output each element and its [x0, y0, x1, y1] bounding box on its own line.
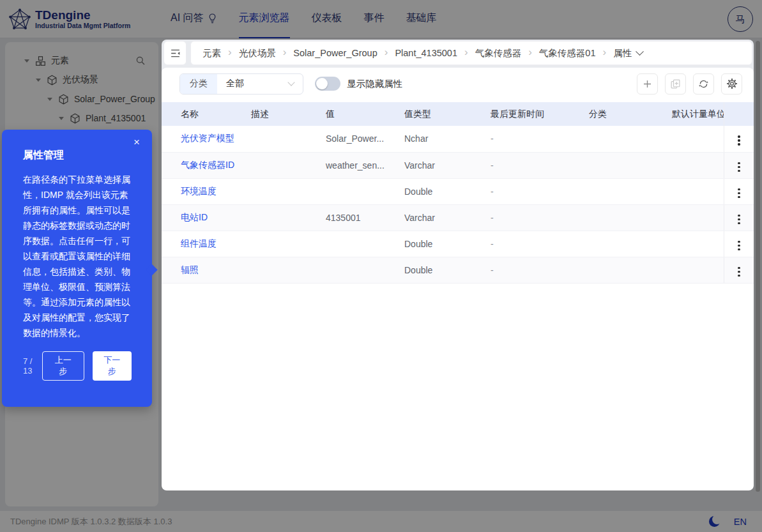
caret-down-icon[interactable] — [36, 79, 41, 82]
menu-fold-icon — [170, 48, 181, 59]
property-name-link[interactable]: 气象传感器ID — [162, 152, 241, 178]
breadcrumb-item[interactable]: Plant_4135001 — [395, 48, 457, 58]
property-value — [316, 178, 395, 204]
property-value: Solar_Power... — [316, 126, 395, 152]
row-menu-button[interactable] — [733, 212, 745, 227]
table-row[interactable]: 环境温度 Double - — [162, 178, 754, 204]
column-header-name[interactable]: 名称 — [162, 102, 241, 126]
gear-icon — [726, 78, 738, 89]
property-name-link[interactable]: 电站ID — [162, 204, 241, 231]
tdengine-logo-icon — [8, 8, 31, 31]
breadcrumb-item[interactable]: 气象传感器01 — [539, 47, 596, 59]
cube-icon — [58, 94, 69, 105]
row-menu-button[interactable] — [733, 133, 745, 148]
nav-item-dashboard[interactable]: 仪表板 — [312, 0, 342, 38]
breadcrumb-current-dropdown[interactable]: 属性 — [613, 47, 643, 59]
nav-item-label: 仪表板 — [312, 11, 342, 25]
category-select-label: 分类 — [180, 74, 217, 94]
breadcrumb-item[interactable]: 气象传感器 — [475, 47, 522, 59]
nav-item-events[interactable]: 事件 — [364, 0, 385, 38]
breadcrumb-separator: › — [602, 46, 606, 59]
table-row[interactable]: 辐照 Double - — [162, 257, 754, 283]
property-value-type: Nchar — [395, 126, 481, 152]
row-menu-button[interactable] — [733, 160, 745, 175]
nav-item-element-browser[interactable]: 元素浏览器 — [239, 0, 290, 38]
refresh-button[interactable] — [693, 73, 714, 95]
breadcrumb-item[interactable]: 光伏场景 — [239, 47, 276, 59]
language-toggle[interactable]: EN — [734, 517, 747, 527]
tree-item-solar-power-group[interactable]: Solar_Power_Group — [5, 89, 158, 109]
vertical-scrollbar[interactable] — [756, 41, 760, 492]
table-row[interactable]: 气象传感器ID weather_sen... Varchar - — [162, 152, 754, 178]
nav-item-ai-qa[interactable]: AI 问答 — [171, 0, 217, 38]
property-description — [241, 257, 316, 283]
caret-down-icon[interactable] — [24, 59, 29, 63]
tdengine-logo: TDengine Industrial Data Mgmt Platform — [0, 8, 160, 31]
tour-prev-button[interactable]: 上一步 — [42, 351, 84, 381]
column-header-default-unit[interactable]: 默认计量单位 — [662, 102, 724, 126]
caret-down-icon[interactable] — [59, 117, 64, 120]
property-default-unit — [662, 204, 724, 231]
collapse-sidebar-button[interactable] — [164, 41, 187, 65]
tour-next-button[interactable]: 下一步 — [93, 351, 132, 381]
property-description — [241, 231, 316, 257]
chevron-down-icon — [287, 79, 294, 86]
tree-item-solar-scene[interactable]: 光伏场景 — [5, 70, 158, 89]
property-last-updated: - — [481, 152, 579, 178]
property-default-unit — [662, 152, 724, 178]
tree-item-elements[interactable]: 元素 — [5, 51, 158, 70]
close-icon[interactable]: × — [130, 135, 144, 149]
column-header-category[interactable]: 分类 — [579, 102, 662, 126]
property-value-type: Double — [395, 231, 481, 257]
user-avatar[interactable]: 马 — [728, 6, 753, 32]
table-row[interactable]: 组件温度 Double - — [162, 231, 754, 257]
nav-item-label: 事件 — [364, 11, 385, 25]
property-value-type: Varchar — [395, 204, 481, 231]
properties-panel: 分类 全部 显示隐藏属性 — [162, 68, 754, 490]
property-default-unit — [662, 231, 724, 257]
add-property-button[interactable] — [637, 73, 658, 95]
search-icon[interactable] — [135, 56, 146, 66]
breadcrumb-separator: › — [283, 46, 287, 59]
property-value-type: Double — [395, 257, 481, 283]
cube-icon — [47, 75, 57, 86]
column-header-description[interactable]: 描述 — [241, 102, 316, 126]
row-menu-button[interactable] — [733, 238, 745, 254]
caret-down-icon[interactable] — [47, 98, 52, 101]
row-menu-button[interactable] — [733, 264, 745, 280]
property-name-link[interactable]: 组件温度 — [162, 231, 241, 257]
property-last-updated: - — [481, 178, 579, 204]
table-row[interactable]: 电站ID 4135001 Varchar - — [162, 204, 754, 231]
nav-item-label: 元素浏览器 — [239, 11, 290, 25]
tour-title: 属性管理 — [23, 149, 132, 162]
filter-toolbar: 分类 全部 显示隐藏属性 — [162, 68, 754, 100]
version-text: TDengine IDMP 版本 1.0.3.2 数据版本 1.0.3 — [10, 516, 172, 528]
copy-plus-icon — [670, 79, 681, 89]
category-select[interactable]: 分类 全部 — [179, 73, 303, 95]
row-menu-button[interactable] — [733, 186, 745, 201]
tour-step-counter: 7 / 13 — [23, 356, 42, 376]
property-category — [579, 152, 662, 178]
cubes-icon — [35, 56, 46, 66]
show-hidden-properties-toggle[interactable] — [315, 77, 340, 91]
copy-property-button[interactable] — [665, 73, 686, 95]
property-name-link[interactable]: 光伏资产模型 — [162, 126, 241, 152]
property-last-updated: - — [481, 204, 579, 231]
breadcrumb-item[interactable]: 元素 — [202, 47, 221, 59]
property-name-link[interactable]: 环境温度 — [162, 178, 241, 204]
settings-button[interactable] — [721, 73, 742, 95]
column-header-value-type[interactable]: 值类型 — [395, 102, 481, 126]
property-description — [241, 178, 316, 204]
table-row[interactable]: 光伏资产模型 Solar_Power... Nchar - — [162, 126, 754, 152]
column-header-last-updated[interactable]: 最后更新时间 — [481, 102, 579, 126]
nav-item-base-library[interactable]: 基础库 — [406, 0, 437, 38]
column-header-value[interactable]: 值 — [316, 102, 395, 126]
property-value-type: Varchar — [395, 152, 481, 178]
tree-item-label: 光伏场景 — [63, 74, 98, 86]
breadcrumb-item[interactable]: Solar_Power_Group — [293, 48, 377, 58]
property-name-link[interactable]: 辐照 — [162, 257, 241, 283]
main-nav: AI 问答 元素浏览器 仪表板 事件 基础库 — [160, 0, 448, 38]
dark-mode-icon[interactable] — [709, 516, 720, 527]
property-description — [241, 204, 316, 231]
tree-item-plant-4135001[interactable]: Plant_4135001 — [5, 109, 158, 128]
